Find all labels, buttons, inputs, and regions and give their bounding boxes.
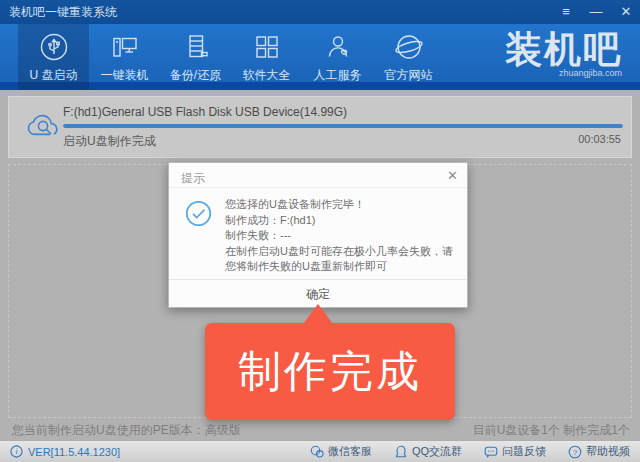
progress-status-text: 启动U盘制作完成: [63, 133, 156, 150]
completion-banner-text: 制作完成: [238, 343, 422, 401]
dialog-message-line: 制作失败：---: [225, 228, 453, 244]
version-info: i VER[11.5.44.1230]: [10, 445, 120, 458]
footer-link-label: 微信客服: [328, 444, 372, 459]
success-check-icon: [185, 200, 212, 227]
prompt-dialog: 提示 ✕ 您选择的U盘设备制作完毕！ 制作成功：F:(hd1) 制作失败：---…: [168, 162, 468, 308]
cloud-download-icon: [21, 109, 63, 143]
version-text: VER[11.5.44.1230]: [28, 446, 120, 458]
support-person-icon: [323, 32, 353, 62]
svg-text:?: ?: [573, 447, 578, 456]
computer-icon: [110, 32, 140, 62]
toolbar-items: U 盘启动 一键装机: [18, 24, 444, 90]
toolbar-item-usb-boot[interactable]: U 盘启动: [18, 24, 89, 98]
dialog-close-icon[interactable]: ✕: [447, 168, 458, 183]
help-question-icon: ?: [568, 445, 582, 459]
progress-panel: F:(hd1)General USB Flash Disk USB Device…: [8, 96, 632, 158]
toolbar-item-label: 备份/还原: [170, 67, 221, 84]
toolbar-item-label: 软件大全: [243, 67, 291, 84]
brand-logo: 装机吧 zhuangjiba.com: [505, 28, 622, 78]
dialog-message-line: 在制作启动U盘时可能存在极小几率会失败，请您将制作失败的U盘重新制作即可: [225, 244, 453, 275]
status-row: 您当前制作启动U盘使用的PE版本：高级版 目前U盘设备1个 制作完成1个: [8, 418, 632, 440]
device-count-text: 目前U盘设备1个 制作完成1个: [473, 422, 630, 439]
usb-device-label: F:(hd1)General USB Flash Disk USB Device…: [63, 105, 347, 119]
feedback-bubble-icon: [484, 445, 498, 459]
banner-arrow-up-icon: [303, 304, 333, 324]
dialog-body: 您选择的U盘设备制作完毕！ 制作成功：F:(hd1) 制作失败：--- 在制作启…: [169, 188, 467, 275]
dialog-header: 提示 ✕: [169, 163, 467, 188]
dialog-message-line: 制作成功：F:(hd1): [225, 213, 453, 229]
completion-banner: 制作完成: [205, 323, 455, 420]
dialog-footer: 确定: [169, 279, 467, 307]
footer-link-label: 帮助视频: [586, 444, 630, 459]
toolbar-item-software[interactable]: 软件大全: [231, 24, 302, 98]
close-button[interactable]: ✕: [618, 0, 634, 24]
progress-fill: [63, 124, 623, 128]
software-grid-icon: [252, 32, 282, 62]
backup-restore-icon: [181, 32, 211, 62]
dialog-title: 提示: [181, 170, 205, 187]
footer-link-feedback[interactable]: 问题反馈: [484, 444, 546, 459]
app-window: 装机吧一键重装系统 ≡ — ✕ U 盘启动: [0, 0, 640, 462]
toolbar-item-label: U 盘启动: [30, 67, 78, 84]
footer-bar: i VER[11.5.44.1230] 微信客服 QQ交流群: [0, 440, 640, 462]
progress-bar: [63, 124, 623, 128]
qq-icon: [394, 445, 408, 459]
toolbar-item-support[interactable]: 人工服务: [302, 24, 373, 98]
svg-text:i: i: [15, 447, 17, 456]
globe-icon: [394, 32, 424, 62]
footer-link-help[interactable]: ? 帮助视频: [568, 444, 630, 459]
menu-icon[interactable]: ≡: [558, 0, 574, 24]
toolbar-item-label: 人工服务: [314, 67, 362, 84]
footer-link-qq[interactable]: QQ交流群: [394, 444, 462, 459]
toolbar: U 盘启动 一键装机: [0, 24, 640, 90]
window-controls: ≡ — ✕: [558, 0, 634, 24]
dialog-message-line: 您选择的U盘设备制作完毕！: [225, 197, 453, 213]
usb-drive-icon: [39, 32, 69, 62]
footer-link-label: 问题反馈: [502, 444, 546, 459]
toolbar-item-label: 官方网站: [385, 67, 433, 84]
footer-links: 微信客服 QQ交流群 问题反馈: [310, 444, 630, 459]
toolbar-item-website[interactable]: 官方网站: [373, 24, 444, 98]
titlebar: 装机吧一键重装系统 ≡ — ✕: [0, 0, 640, 24]
wechat-icon: [310, 445, 324, 459]
toolbar-item-one-click-install[interactable]: 一键装机: [89, 24, 160, 98]
footer-link-label: QQ交流群: [412, 444, 462, 459]
window-title: 装机吧一键重装系统: [9, 4, 117, 21]
toolbar-item-label: 一键装机: [101, 67, 149, 84]
ok-button[interactable]: 确定: [288, 286, 348, 303]
info-icon: i: [10, 445, 23, 458]
minimize-button[interactable]: —: [588, 0, 604, 24]
pe-version-text: 您当前制作启动U盘使用的PE版本：高级版: [12, 422, 241, 439]
elapsed-time: 00:03:55: [578, 133, 621, 145]
footer-link-wechat[interactable]: 微信客服: [310, 444, 372, 459]
toolbar-item-backup-restore[interactable]: 备份/还原: [160, 24, 231, 98]
brand-logo-text: 装机吧: [505, 28, 622, 72]
